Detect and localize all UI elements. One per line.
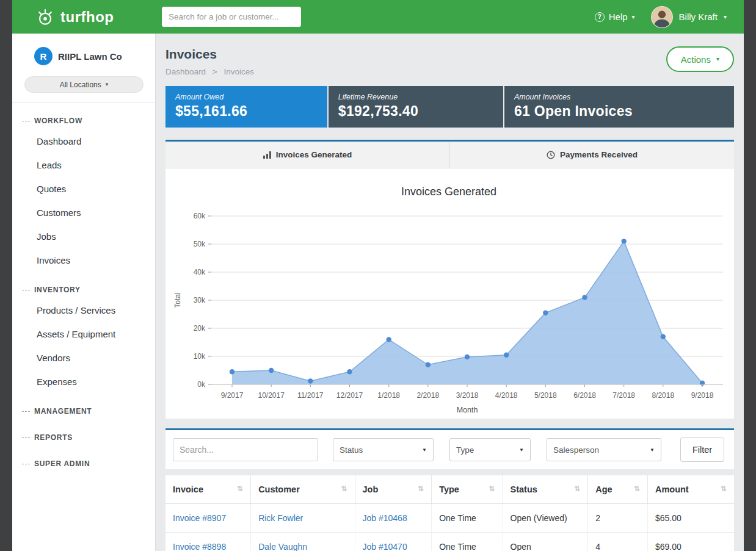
svg-text:1/2018: 1/2018 (377, 391, 400, 400)
column-header-amount[interactable]: Amount⇅ (647, 475, 734, 504)
amount-cell: $69.00 (647, 533, 734, 551)
nav-section-reports[interactable]: REPORTS (12, 420, 155, 446)
svg-text:50k: 50k (194, 240, 206, 248)
company-header: R RIIPL Lawn Co (12, 34, 155, 71)
select-caret-icon: ▼ (650, 447, 655, 453)
sort-icon[interactable]: ⇅ (574, 484, 580, 493)
breadcrumb-invoices: Invoices (224, 67, 254, 76)
user-menu[interactable]: Billy Kraft ▾ (651, 6, 727, 28)
column-header-age[interactable]: Age⇅ (588, 475, 648, 504)
chart-container: Invoices Generated0k10k20k30k40k50k60k9/… (165, 168, 734, 419)
location-selector[interactable]: All Locations ▾ (24, 76, 144, 93)
column-header-customer[interactable]: Customer⇅ (251, 475, 355, 504)
sidebar-item-leads[interactable]: Leads (12, 153, 155, 177)
svg-text:12/2017: 12/2017 (336, 391, 363, 400)
tree-collapse-icon (22, 121, 30, 121)
job-link[interactable]: Job #10470 (363, 542, 407, 551)
tab-invoices-generated[interactable]: Invoices Generated (165, 142, 450, 168)
svg-text:Total: Total (173, 292, 182, 308)
column-header-invoice[interactable]: Invoice⇅ (165, 475, 251, 504)
select-caret-icon: ▼ (519, 447, 524, 453)
actions-button[interactable]: Actions ▾ (666, 46, 734, 72)
svg-text:8/2018: 8/2018 (652, 391, 674, 400)
column-header-job[interactable]: Job⇅ (355, 475, 432, 504)
invoice-link[interactable]: Invoice #8907 (173, 513, 226, 523)
breadcrumb-dashboard[interactable]: Dashboard (165, 67, 206, 76)
filter-bar: Status▼Type▼Salesperson▼ Filter (165, 428, 734, 469)
stat-card-amount-owed: Amount Owed$55,161.66 (165, 86, 327, 128)
nav-section-label: WORKFLOW (34, 117, 82, 125)
svg-text:9/2017: 9/2017 (221, 391, 244, 400)
sort-icon[interactable]: ⇅ (237, 484, 243, 493)
svg-text:60k: 60k (194, 212, 206, 220)
topbar: turfhop ? Help ▾ Billy Kraft ▾ (12, 0, 744, 34)
svg-text:30k: 30k (194, 296, 206, 304)
help-icon: ? (595, 12, 605, 22)
stat-label: Amount Invoices (514, 93, 724, 101)
salesperson-select[interactable]: Salesperson▼ (547, 438, 661, 461)
sort-icon[interactable]: ⇅ (634, 484, 640, 493)
customer-link[interactable]: Rick Fowler (258, 513, 303, 523)
invoices-generated-chart: Invoices Generated0k10k20k30k40k50k60k9/… (165, 172, 732, 416)
nav-section-label: SUPER ADMIN (34, 459, 90, 468)
status-cell: Open (503, 533, 588, 551)
sidebar: R RIIPL Lawn Co All Locations ▾ WORKFLOW… (12, 34, 156, 551)
sidebar-item-quotes[interactable]: Quotes (12, 177, 155, 201)
chevron-down-icon: ▾ (106, 82, 109, 87)
age-cell: 2 (588, 504, 648, 533)
nav-section-label: INVENTORY (34, 286, 81, 294)
nav-section-inventory[interactable]: INVENTORY (12, 272, 155, 298)
logo[interactable]: turfhop (12, 7, 156, 27)
app-window: turfhop ? Help ▾ Billy Kraft ▾ (12, 0, 744, 551)
sidebar-item-dashboard[interactable]: Dashboard (12, 129, 155, 153)
svg-text:7/2018: 7/2018 (612, 391, 635, 400)
age-cell: 4 (588, 533, 648, 551)
global-search-input[interactable] (162, 7, 301, 27)
filter-selects: Status▼Type▼Salesperson▼ (333, 438, 661, 461)
type-cell: One Time (432, 533, 503, 551)
sort-icon[interactable]: ⇅ (721, 484, 727, 493)
status-cell: Open (Viewed) (503, 504, 588, 533)
avatar (651, 6, 673, 28)
type-select[interactable]: Type▼ (449, 438, 531, 461)
sidebar-item-invoices[interactable]: Invoices (12, 248, 155, 272)
sort-icon[interactable]: ⇅ (489, 484, 495, 493)
sort-icon[interactable]: ⇅ (341, 484, 347, 493)
page-title: Invoices (165, 47, 254, 62)
sidebar-item-products-services[interactable]: Products / Services (12, 298, 155, 322)
sort-icon[interactable]: ⇅ (418, 484, 424, 493)
nav-section-super-admin[interactable]: SUPER ADMIN (12, 446, 155, 472)
nav-section-workflow[interactable]: WORKFLOW (12, 103, 155, 129)
svg-text:11/2017: 11/2017 (297, 391, 324, 400)
job-link[interactable]: Job #10468 (363, 513, 407, 523)
table-search-input[interactable] (173, 438, 318, 461)
sidebar-item-assets-equipment[interactable]: Assets / Equipment (12, 322, 155, 346)
column-header-status[interactable]: Status⇅ (503, 475, 588, 504)
chevron-down-icon: ▾ (632, 14, 635, 20)
tree-collapse-icon (22, 464, 30, 464)
sidebar-item-jobs[interactable]: Jobs (12, 225, 155, 248)
tree-collapse-icon (22, 411, 30, 412)
sidebar-item-customers[interactable]: Customers (12, 201, 155, 225)
customer-link[interactable]: Dale Vaughn (258, 542, 307, 551)
svg-text:Month: Month (457, 406, 478, 414)
main-content: Invoices Dashboard > Invoices Actions ▾ … (156, 34, 744, 551)
tab-strip: Invoices GeneratedPayments Received (165, 142, 734, 168)
invoices-table-panel: Invoice⇅Customer⇅Job⇅Type⇅Status⇅Age⇅Amo… (165, 475, 734, 551)
svg-text:6/2018: 6/2018 (573, 391, 596, 400)
column-header-type[interactable]: Type⇅ (432, 475, 503, 504)
nav-section-label: MANAGEMENT (34, 407, 92, 416)
svg-text:2/2018: 2/2018 (416, 391, 439, 400)
filter-button[interactable]: Filter (680, 438, 724, 462)
status-select[interactable]: Status▼ (333, 438, 434, 461)
stat-label: Lifetime Revenue (338, 93, 493, 101)
nav-section-management[interactable]: MANAGEMENT (12, 394, 155, 420)
sidebar-item-expenses[interactable]: Expenses (12, 370, 155, 394)
sidebar-item-vendors[interactable]: Vendors (12, 346, 155, 370)
invoice-link[interactable]: Invoice #8898 (173, 542, 226, 551)
stat-label: Amount Owed (175, 93, 318, 101)
tab-payments-received[interactable]: Payments Received (450, 142, 734, 168)
help-menu[interactable]: ? Help ▾ (595, 12, 635, 22)
table-row: Invoice #8898Dale VaughnJob #10470One Ti… (165, 533, 734, 551)
svg-text:3/2018: 3/2018 (456, 391, 479, 400)
